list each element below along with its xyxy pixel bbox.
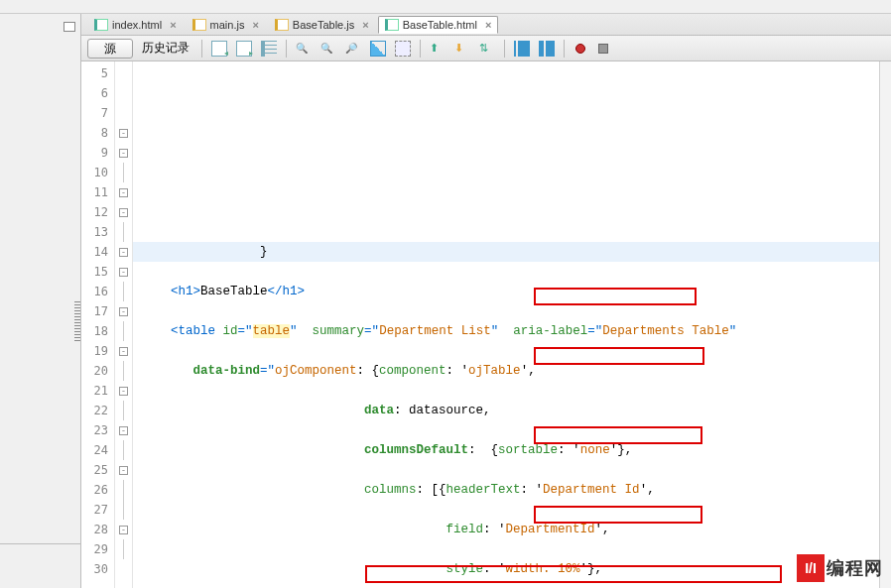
code-line: <table id="table" summary="Department Li… [141,321,891,341]
list-button[interactable] [258,39,280,59]
close-icon[interactable]: × [485,19,491,31]
window-top-strip [0,0,891,14]
import-button[interactable] [208,39,230,59]
record-icon [575,44,585,54]
watermark-logo: I/I 编程网 [797,554,883,582]
source-view-button[interactable]: 源 [87,39,133,59]
code-editor[interactable]: 5678910111213141516171819202122232425262… [81,61,891,588]
sidebar-toggle-icon[interactable] [64,22,75,32]
tab-label: index.html [112,19,162,31]
find-prev-icon [320,41,336,57]
stop-button[interactable] [593,39,613,59]
code-line: field: 'DepartmentId', [141,520,891,539]
tab-basetable-js[interactable]: BaseTable.js × [268,16,376,34]
toolbar-separator [420,40,421,58]
code-line: columns: [{headerText: 'Department Id', [141,480,891,500]
sidebar-drag-handle[interactable] [74,301,80,341]
tab-main-js[interactable]: main.js × [186,16,266,34]
code-line: style: 'width: 10%'}, [141,559,891,579]
swap-icon [479,41,495,57]
tab-label: BaseTable.js [293,19,354,31]
indent-button[interactable] [536,39,558,59]
find-prev-button[interactable] [318,39,339,59]
toolbar-separator [201,40,202,58]
arrow-up-icon [430,41,446,57]
select-icon [395,41,411,57]
outdent-icon [514,41,530,57]
indent-icon [539,41,555,57]
logo-icon: I/I [797,554,825,582]
find-next-icon [345,41,361,57]
find-button[interactable] [293,39,315,59]
close-icon[interactable]: × [170,19,176,31]
find-next-button[interactable] [342,39,364,59]
swap-button[interactable] [476,39,498,59]
outdent-button[interactable] [511,39,533,59]
move-down-button[interactable] [451,39,473,59]
history-button[interactable]: 历史记录 [136,40,195,57]
stop-icon [598,44,608,54]
select-button[interactable] [392,39,414,59]
move-up-button[interactable] [427,39,448,59]
tab-basetable-html[interactable]: BaseTable.html × [378,16,499,34]
code-line: columnsDefault: {sortable: 'none'}, [141,440,891,460]
toolbar-separator [286,40,287,58]
highlight-icon [370,41,386,57]
js-file-icon [275,19,289,31]
html-file-icon [94,19,108,31]
editor-area: index.html × main.js × BaseTable.js × Ba… [81,14,891,588]
highlight-button[interactable] [367,39,389,59]
export-icon [236,41,252,57]
code-line: } [141,242,891,262]
record-button[interactable] [571,39,590,59]
import-icon [211,41,227,57]
fold-gutter: ------------ [115,61,133,588]
html-file-icon [385,19,399,31]
tab-index-html[interactable]: index.html × [87,16,184,34]
toolbar-separator [504,40,505,58]
code-line: data: datasource, [141,401,891,420]
js-file-icon [192,19,206,31]
code-content[interactable]: } <h1>BaseTable</h1> <table id="table" s… [133,61,891,588]
export-button[interactable] [233,39,255,59]
list-icon [261,41,277,57]
tab-label: BaseTable.html [403,19,477,31]
code-line [141,202,891,222]
project-sidebar-collapsed [0,14,81,588]
sidebar-divider [0,543,80,544]
find-icon [296,41,312,57]
line-number-gutter: 5678910111213141516171819202122232425262… [81,61,115,588]
editor-tabs: index.html × main.js × BaseTable.js × Ba… [81,14,891,36]
close-icon[interactable]: × [362,19,368,31]
logo-text: 编程网 [827,556,883,580]
code-line: data-bind="ojComponent: {component: 'ojT… [141,361,891,381]
tab-label: main.js [210,19,245,31]
editor-toolbar: 源 历史记录 [81,36,891,61]
toolbar-separator [564,40,565,58]
code-line: <h1>BaseTable</h1> [141,282,891,301]
close-icon[interactable]: × [252,19,258,31]
arrow-down-icon [454,41,470,57]
